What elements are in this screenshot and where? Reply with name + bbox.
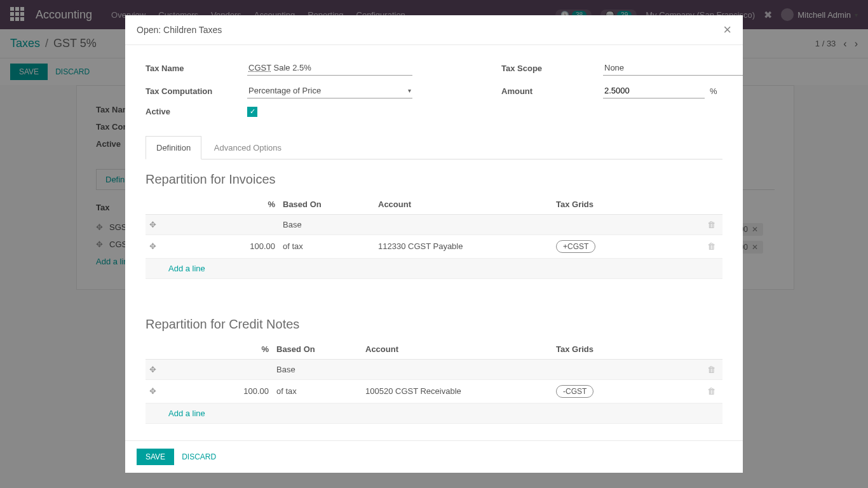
inv-row-2[interactable]: ✥ 100.00 of tax 112330 CGST Payable +CGS… xyxy=(146,234,722,258)
drag-handle-icon[interactable]: ✥ xyxy=(149,241,156,251)
section-invoices-title: Repartition for Invoices xyxy=(146,172,722,187)
add-line-link[interactable]: Add a line xyxy=(168,264,205,273)
col-pct-2: % xyxy=(165,339,273,360)
credit-add-row: Add a line xyxy=(146,403,722,423)
tab-advanced[interactable]: Advanced Options xyxy=(204,137,292,159)
col-account: Account xyxy=(374,194,552,215)
modal-dialog: Open: Children Taxes × Tax Name CGST Sal… xyxy=(125,15,743,473)
inv-add-row: Add a line xyxy=(146,258,722,278)
section-credit-title: Repartition for Credit Notes xyxy=(146,317,722,332)
label-amount: Amount xyxy=(501,86,597,96)
drag-handle-icon[interactable]: ✥ xyxy=(149,365,156,374)
amount-unit: % xyxy=(710,86,717,96)
label-active: Active xyxy=(146,107,241,116)
trash-icon[interactable]: 🗑 xyxy=(707,220,715,229)
label-tax-comp: Tax Computation xyxy=(146,86,241,96)
trash-icon[interactable]: 🗑 xyxy=(707,365,715,374)
modal-discard-button[interactable]: DISCARD xyxy=(182,452,216,461)
modal-body: Tax Name CGST Sale 2.5% Tax Scope None▾ … xyxy=(125,45,743,440)
drag-handle-icon[interactable]: ✥ xyxy=(149,386,156,396)
tax-grid-tag[interactable]: -CGST xyxy=(556,385,593,398)
modal-header: Open: Children Taxes × xyxy=(125,15,743,45)
col-based-2: Based On xyxy=(273,339,362,360)
form-grid: Tax Name CGST Sale 2.5% Tax Scope None▾ … xyxy=(146,60,722,117)
trash-icon[interactable]: 🗑 xyxy=(707,386,715,396)
col-account-2: Account xyxy=(362,339,552,360)
label-tax-name: Tax Name xyxy=(146,64,241,73)
col-pct: % xyxy=(165,194,279,215)
credit-row-1[interactable]: ✥ Base 🗑 xyxy=(146,359,722,379)
add-line-link[interactable]: Add a line xyxy=(168,409,205,418)
active-checkbox[interactable]: ✓ xyxy=(247,107,257,117)
trash-icon[interactable]: 🗑 xyxy=(707,241,715,251)
modal-footer: SAVE DISCARD xyxy=(125,440,743,473)
col-grids: Tax Grids xyxy=(552,194,703,215)
label-tax-scope: Tax Scope xyxy=(501,64,597,73)
col-based: Based On xyxy=(279,194,374,215)
amount-input[interactable] xyxy=(603,83,705,98)
tax-scope-select[interactable]: None▾ xyxy=(603,60,743,76)
tax-grid-tag[interactable]: +CGST xyxy=(556,240,595,253)
close-icon[interactable]: × xyxy=(723,23,731,37)
drag-handle-icon[interactable]: ✥ xyxy=(149,220,156,229)
modal-tabs: Definition Advanced Options xyxy=(146,136,722,159)
credit-row-2[interactable]: ✥ 100.00 of tax 100520 CGST Receivable -… xyxy=(146,379,722,403)
tab-definition[interactable]: Definition xyxy=(146,136,201,159)
tax-name-input[interactable]: CGST Sale 2.5% xyxy=(247,60,412,76)
modal-title: Open: Children Taxes xyxy=(137,25,723,35)
modal-save-button[interactable]: SAVE xyxy=(137,449,174,465)
tax-comp-select[interactable]: Percentage of Price▾ xyxy=(247,83,412,98)
credit-table: % Based On Account Tax Grids ✥ Base 🗑 xyxy=(146,339,722,424)
inv-row-1[interactable]: ✥ Base 🗑 xyxy=(146,214,722,234)
col-grids-2: Tax Grids xyxy=(552,339,703,360)
invoices-table: % Based On Account Tax Grids ✥ Base 🗑 xyxy=(146,194,722,279)
